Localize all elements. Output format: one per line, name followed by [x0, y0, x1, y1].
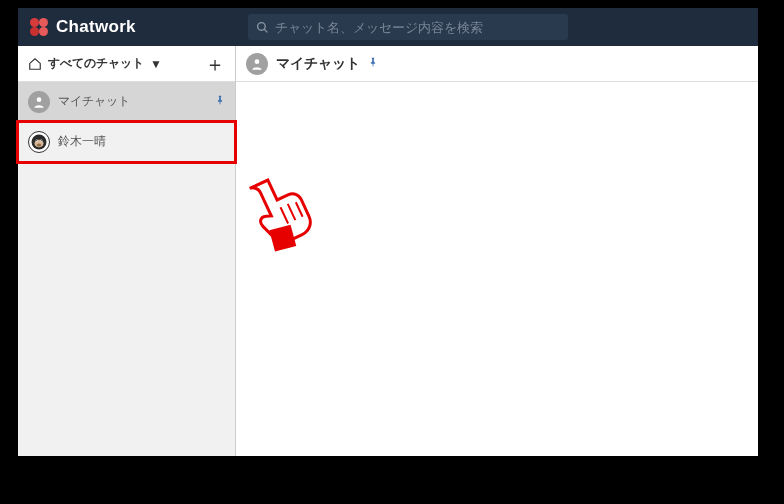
search-input[interactable]: [275, 20, 560, 35]
chat-filter-label: すべてのチャット: [48, 55, 144, 72]
chat-list-item-suzuki[interactable]: 鈴木一晴: [18, 122, 235, 162]
avatar: [246, 53, 268, 75]
chat-filter-dropdown[interactable]: すべてのチャット ▼: [28, 55, 162, 72]
svg-point-2: [37, 97, 42, 102]
svg-line-1: [264, 29, 267, 32]
home-icon: [28, 57, 42, 71]
main-panel: マイチャット: [236, 46, 758, 456]
chat-header: マイチャット: [236, 46, 758, 82]
app-header: Chatwork: [18, 8, 758, 46]
app-body: すべてのチャット ▼ ＋ マイチャット: [18, 46, 758, 456]
pin-icon: [215, 93, 225, 110]
svg-point-0: [257, 22, 265, 30]
chatwork-logo-icon: [28, 16, 50, 38]
app-window: Chatwork すべてのチャット: [18, 8, 758, 456]
brand-logo[interactable]: Chatwork: [28, 16, 136, 38]
chat-title: マイチャット: [276, 55, 360, 73]
chat-list-item-mychat[interactable]: マイチャット: [18, 82, 235, 122]
svg-point-8: [41, 139, 42, 140]
svg-point-7: [36, 139, 37, 140]
search-icon: [256, 21, 269, 34]
brand-name: Chatwork: [56, 17, 136, 37]
chat-item-label: マイチャット: [58, 93, 207, 110]
pin-icon[interactable]: [368, 55, 378, 73]
sidebar: すべてのチャット ▼ ＋ マイチャット: [18, 46, 236, 456]
search-bar[interactable]: [248, 14, 568, 40]
chat-list: マイチャット: [18, 82, 235, 456]
avatar: [28, 91, 50, 113]
chat-content-area: [236, 82, 758, 456]
sidebar-header: すべてのチャット ▼ ＋: [18, 46, 235, 82]
chevron-down-icon: ▼: [150, 57, 162, 71]
svg-point-9: [37, 143, 42, 146]
svg-point-10: [255, 59, 260, 64]
add-chat-button[interactable]: ＋: [205, 54, 225, 74]
avatar: [28, 131, 50, 153]
chat-item-label: 鈴木一晴: [58, 133, 225, 150]
